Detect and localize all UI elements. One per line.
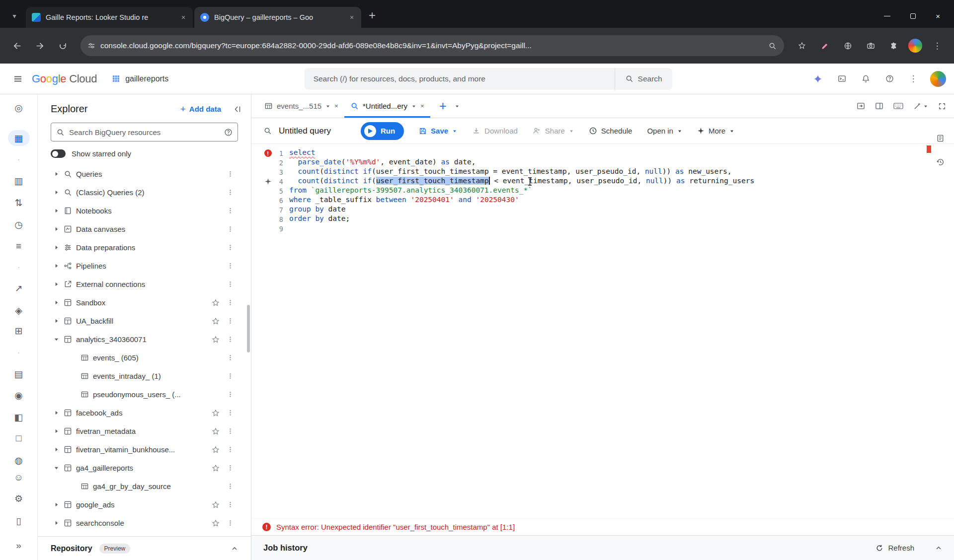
kebab-menu-icon[interactable] [225, 446, 235, 453]
grid-plus-icon[interactable]: ⊞ [8, 323, 30, 339]
site-settings-icon[interactable] [87, 42, 95, 50]
columns-icon[interactable]: ▥ [8, 173, 30, 189]
chevron-right-icon[interactable] [53, 226, 60, 232]
clipboard-panel-icon[interactable] [931, 129, 949, 147]
tree-item[interactable]: events_intraday_ (1) [38, 367, 251, 385]
star-icon[interactable] [210, 299, 221, 307]
kebab-menu-icon[interactable] [225, 428, 235, 434]
star-icon[interactable] [210, 427, 221, 435]
star-icon[interactable] [210, 501, 221, 509]
cloud-shell-icon[interactable] [832, 69, 852, 89]
gear-icon[interactable]: ⚙ [8, 490, 30, 506]
tree-item[interactable]: Pipelines [38, 257, 251, 275]
code-line[interactable] [289, 224, 954, 233]
explorer-search-box[interactable] [51, 123, 238, 141]
code-lines[interactable]: select parse_date('%Y%m%d', event_date) … [289, 144, 954, 518]
search-button[interactable]: Search [615, 68, 672, 90]
kebab-menu-icon[interactable] [225, 391, 235, 398]
starred-only-toggle[interactable] [51, 149, 66, 158]
schedule-button[interactable]: Schedule [589, 127, 633, 135]
tree-item[interactable]: facebook_ads [38, 404, 251, 422]
kebab-menu-icon[interactable]: ⋮ [927, 36, 947, 56]
chevron-right-icon[interactable] [53, 190, 60, 195]
kebab-menu-icon[interactable] [225, 171, 235, 177]
swap-vertical-icon[interactable]: ⇅ [8, 195, 30, 210]
add-data-button[interactable]: + Add data [180, 104, 221, 115]
console-search-bar[interactable]: Search [305, 68, 672, 90]
extensions-puzzle-icon[interactable] [883, 36, 903, 56]
chevron-right-icon[interactable] [53, 300, 60, 305]
forward-icon[interactable] [30, 36, 50, 56]
arrow-diagonal-icon[interactable]: ↗ [8, 280, 30, 296]
close-icon[interactable]: × [334, 102, 338, 110]
tree-item[interactable]: Notebooks [38, 202, 251, 220]
lines-icon[interactable]: ≡ [8, 238, 30, 254]
notifications-bell-icon[interactable] [856, 69, 875, 89]
share-button[interactable]: Share [533, 127, 574, 135]
kebab-menu-icon[interactable] [225, 299, 235, 306]
rows-icon[interactable]: ▤ [8, 366, 30, 382]
help-icon[interactable] [879, 69, 899, 89]
target-icon[interactable]: ◎ [8, 100, 30, 116]
square-icon[interactable]: □ [8, 430, 30, 446]
kebab-menu-icon[interactable] [225, 373, 235, 379]
code-line[interactable]: parse_date('%Y%m%d', event_date) as date… [289, 158, 954, 167]
kebab-menu-icon[interactable] [225, 208, 235, 214]
address-bar[interactable]: console.cloud.google.com/bigquery?tc=eur… [80, 35, 784, 56]
kebab-menu-icon[interactable] [225, 410, 235, 416]
chevron-right-icon[interactable] [53, 263, 60, 269]
tree-item[interactable]: (Classic) Queries (2) [38, 183, 251, 202]
person-icon[interactable]: ☺ [8, 469, 30, 485]
expand-rail-icon[interactable]: » [8, 537, 30, 553]
new-tab-button[interactable]: + [369, 9, 376, 21]
tree-item[interactable]: External connections [38, 275, 251, 293]
back-icon[interactable] [7, 36, 27, 56]
expand-panel-icon[interactable] [935, 545, 942, 552]
open-in-tab-icon[interactable] [857, 102, 865, 110]
document-icon[interactable]: ▯ [8, 513, 30, 529]
circle-dot-icon[interactable]: ◉ [8, 387, 30, 403]
tree-item[interactable]: searchconsole [38, 514, 251, 532]
code-line[interactable]: order by date; [289, 214, 954, 224]
chevron-down-icon[interactable] [411, 104, 416, 109]
tree-item[interactable]: Queries [38, 165, 251, 183]
fullscreen-icon[interactable] [938, 102, 946, 110]
chevron-right-icon[interactable] [53, 502, 60, 507]
kebab-menu-icon[interactable] [225, 263, 235, 269]
chevron-down-icon[interactable] [455, 104, 460, 109]
reload-icon[interactable] [53, 36, 73, 56]
clock-icon[interactable]: ◷ [8, 216, 30, 232]
chevron-right-icon[interactable] [53, 410, 60, 416]
history-panel-icon[interactable] [931, 153, 949, 171]
search-icon[interactable] [764, 38, 780, 54]
tree-item[interactable]: pseudonymous_users_ (... [38, 385, 251, 404]
code-line[interactable]: group by date [289, 205, 954, 214]
chevron-right-icon[interactable] [53, 281, 60, 287]
kebab-menu-icon[interactable] [225, 336, 235, 343]
tree-item[interactable]: google_ads [38, 495, 251, 514]
kebab-menu-icon[interactable] [225, 226, 235, 232]
star-icon[interactable] [210, 446, 221, 454]
browser-tab[interactable]: Gaille Reports: Looker Studio re× [26, 7, 193, 28]
code-line[interactable]: count(distinct if(user_first_touch_times… [289, 167, 954, 177]
chevron-down-icon[interactable] [325, 104, 330, 109]
chevron-right-icon[interactable] [53, 318, 60, 324]
split-panel-icon[interactable] [875, 102, 883, 110]
globe-extension-icon[interactable] [838, 36, 858, 56]
tree-item[interactable]: fivetran_metadata [38, 422, 251, 440]
sql-editor[interactable]: !123456789 select parse_date('%Y%m%d', e… [251, 144, 954, 518]
star-icon[interactable] [210, 336, 221, 344]
code-line[interactable]: where _table_suffix between '20250401' a… [289, 196, 954, 205]
pencil-extension-icon[interactable] [815, 36, 835, 56]
new-query-tab-button[interactable]: + [439, 100, 447, 112]
tree-item[interactable]: Sandbox [38, 293, 251, 312]
grid-icon[interactable]: ▦ [8, 130, 30, 146]
kebab-menu-icon[interactable] [225, 189, 235, 196]
camera-extension-icon[interactable] [861, 36, 880, 56]
tree-item[interactable]: UA_backfill [38, 312, 251, 330]
minimize-icon[interactable] [884, 16, 890, 16]
tree-item[interactable]: Data preparations [38, 238, 251, 257]
code-line[interactable]: count(distinct if(user_first_touch_times… [289, 177, 954, 186]
chevron-right-icon[interactable] [53, 428, 60, 434]
kebab-menu-icon[interactable] [225, 318, 235, 324]
